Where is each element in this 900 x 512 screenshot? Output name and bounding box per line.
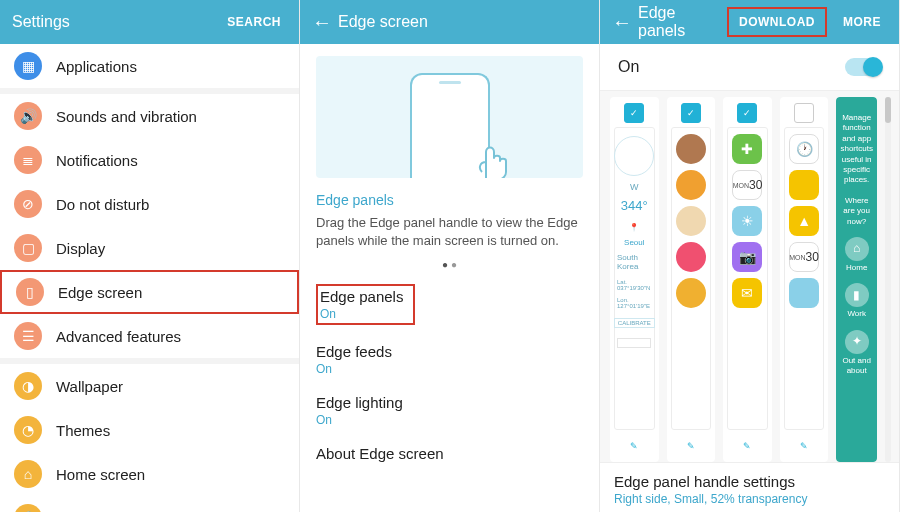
edge-panels-toggle-row[interactable]: On: [600, 44, 899, 91]
panel-card-people[interactable]: ✓✎: [667, 97, 716, 462]
edge-item-title: Edge lighting: [316, 394, 583, 411]
panel-preview: [671, 127, 712, 430]
download-button[interactable]: DOWNLOAD: [727, 7, 827, 37]
edge-item-edge-feeds[interactable]: Edge feedsOn: [316, 335, 583, 386]
pencil-icon[interactable]: ✎: [735, 434, 759, 458]
promo-text-2: Where are you now?: [840, 196, 873, 227]
settings-item-label: Sounds and vibration: [56, 108, 197, 125]
edge-item-edge-panels[interactable]: Edge panelsOn: [316, 276, 583, 335]
settings-item-label: Applications: [56, 58, 137, 75]
settings-item-label: Advanced features: [56, 328, 181, 345]
settings-item-do-not-disturb[interactable]: ⊘Do not disturb: [0, 182, 299, 226]
wall-icon: ◑: [14, 372, 42, 400]
panel-preview: ✚MON30☀📷✉: [727, 127, 768, 430]
theme-icon: ◔: [14, 416, 42, 444]
edge-panels-gallery: ✓W344°📍SeoulSouth KoreaLat. 037°19'30"NL…: [600, 91, 899, 462]
pencil-icon[interactable]: ✎: [622, 434, 646, 458]
handle-settings-title: Edge panel handle settings: [614, 473, 885, 490]
edge-panel-handle-settings[interactable]: Edge panel handle settings Right side, S…: [600, 462, 899, 512]
toggle-switch[interactable]: [845, 58, 881, 76]
promo-btn-label: Work: [847, 309, 866, 319]
settings-item-edge-screen[interactable]: ▯Edge screen: [0, 270, 299, 314]
lock-icon: 🔒: [14, 504, 42, 512]
settings-item-home-screen[interactable]: ⌂Home screen: [0, 452, 299, 496]
panel-checkbox[interactable]: [794, 103, 814, 123]
handle-settings-sub: Right side, Small, 52% transparency: [614, 492, 885, 506]
promo-btn-icon: ✦: [845, 330, 869, 354]
settings-item-label: Do not disturb: [56, 196, 149, 213]
edge-item-sub: On: [316, 362, 583, 376]
gallery-scrollbar[interactable]: [885, 97, 891, 462]
promo-btn-icon: ⌂: [845, 237, 869, 261]
edge-item-about-edge-screen[interactable]: About Edge screen: [316, 437, 583, 472]
panel-card-promo[interactable]: Manage function and app shortcuts useful…: [836, 97, 877, 462]
panel-checkbox[interactable]: ✓: [624, 103, 644, 123]
settings-item-sounds-and-vibration[interactable]: 🔊Sounds and vibration: [0, 94, 299, 138]
home-icon: ⌂: [14, 460, 42, 488]
promo-text-1: Manage function and app shortcuts useful…: [840, 113, 873, 186]
promo-btn-out-and-about[interactable]: ✦Out and about: [840, 330, 873, 377]
back-icon[interactable]: ←: [312, 11, 338, 34]
edge-item-title: Edge panels: [320, 288, 403, 305]
settings-item-wallpaper[interactable]: ◑Wallpaper: [0, 364, 299, 408]
settings-item-applications[interactable]: ▦Applications: [0, 44, 299, 88]
panel-checkbox[interactable]: ✓: [737, 103, 757, 123]
edge-panels-section-title: Edge panels: [316, 192, 583, 208]
pencil-icon[interactable]: ✎: [679, 434, 703, 458]
panel-card-apps2[interactable]: 🕐▲MON30✎: [780, 97, 829, 462]
settings-item-label: Wallpaper: [56, 378, 123, 395]
page-indicator: ● ●: [316, 259, 583, 270]
settings-item-label: Notifications: [56, 152, 138, 169]
panel-checkbox[interactable]: ✓: [681, 103, 701, 123]
promo-btn-home[interactable]: ⌂Home: [845, 237, 869, 273]
dnd-icon: ⊘: [14, 190, 42, 218]
settings-item-label: Themes: [56, 422, 110, 439]
list-icon: ≣: [14, 146, 42, 174]
promo-btn-label: Home: [846, 263, 867, 273]
edge-item-edge-lighting[interactable]: Edge lightingOn: [316, 386, 583, 437]
display-icon: ▢: [14, 234, 42, 262]
adv-icon: ☰: [14, 322, 42, 350]
promo-btn-work[interactable]: ▮Work: [845, 283, 869, 319]
back-icon[interactable]: ←: [612, 11, 638, 34]
settings-header: Settings SEARCH: [0, 0, 299, 44]
settings-item-display[interactable]: ▢Display: [0, 226, 299, 270]
edge-screen-title: Edge screen: [338, 13, 587, 31]
settings-item-label: Edge screen: [58, 284, 142, 301]
settings-item-themes[interactable]: ◔Themes: [0, 408, 299, 452]
settings-item-advanced-features[interactable]: ☰Advanced features: [0, 314, 299, 358]
hand-icon: [466, 128, 514, 178]
edge-panels-header: ← Edge panels DOWNLOAD MORE: [600, 0, 899, 44]
edge-item-title: About Edge screen: [316, 445, 583, 462]
panel-preview: W344°📍SeoulSouth KoreaLat. 037°19'30"NLo…: [614, 127, 655, 430]
promo-btn-label: Out and about: [840, 356, 873, 377]
edge-item-sub: On: [316, 413, 583, 427]
toggle-label: On: [618, 58, 845, 76]
edge-panels-section-desc: Drag the Edge panel handle to view the E…: [316, 214, 583, 249]
settings-item-notifications[interactable]: ≣Notifications: [0, 138, 299, 182]
promo-btn-icon: ▮: [845, 283, 869, 307]
sound-icon: 🔊: [14, 102, 42, 130]
settings-item-lock-screen-and-security[interactable]: 🔒Lock screen and security: [0, 496, 299, 512]
settings-item-label: Display: [56, 240, 105, 257]
settings-title: Settings: [12, 13, 211, 31]
search-button[interactable]: SEARCH: [221, 11, 287, 33]
settings-list: ▦Applications🔊Sounds and vibration≣Notif…: [0, 44, 299, 512]
grid-icon: ▦: [14, 52, 42, 80]
edge-panels-illustration: [316, 56, 583, 178]
edge-panels-title: Edge panels: [638, 4, 717, 40]
settings-item-label: Home screen: [56, 466, 145, 483]
panel-preview: 🕐▲MON30: [784, 127, 825, 430]
edge-screen-header: ← Edge screen: [300, 0, 599, 44]
edge-icon: ▯: [16, 278, 44, 306]
panel-card-apps[interactable]: ✓✚MON30☀📷✉✎: [723, 97, 772, 462]
pencil-icon[interactable]: ✎: [792, 434, 816, 458]
edge-item-title: Edge feeds: [316, 343, 583, 360]
panel-card-compass[interactable]: ✓W344°📍SeoulSouth KoreaLat. 037°19'30"NL…: [610, 97, 659, 462]
edge-item-sub: On: [320, 307, 403, 321]
more-button[interactable]: MORE: [837, 11, 887, 33]
